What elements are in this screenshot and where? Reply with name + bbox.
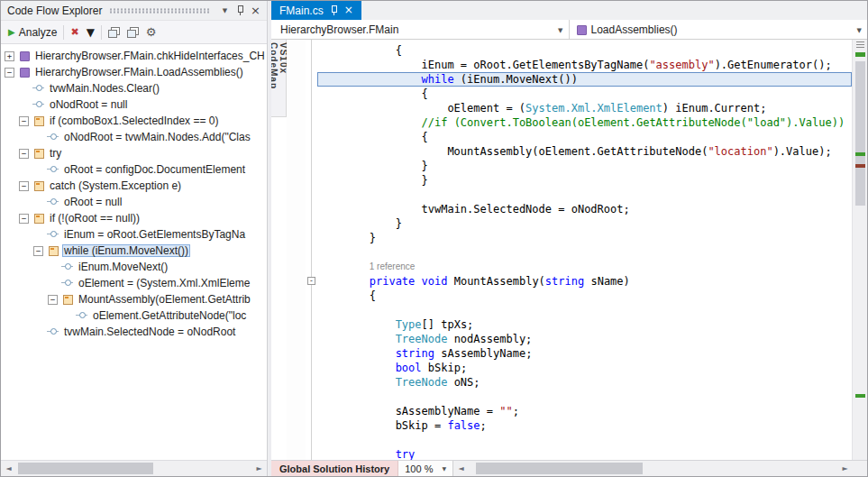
code-line[interactable]: tvwMain.SelectedNode = oNodRoot; (317, 202, 852, 216)
chevron-down-icon: ▼ (857, 27, 862, 34)
code-line[interactable]: { (317, 289, 852, 303)
code-line[interactable]: while (iEnum.MoveNext()) (317, 72, 852, 87)
code-line[interactable] (317, 433, 852, 447)
tree-item[interactable]: iEnum = oRoot.GetElementsByTagNa (1, 226, 267, 243)
scroll-right-button[interactable]: ► (251, 461, 267, 476)
tree-item[interactable]: oRoot = configDoc.DocumentElement (1, 161, 267, 178)
collapse-icon[interactable]: − (19, 181, 29, 191)
tree-item[interactable]: oElement.GetAttributeNode("loc (1, 307, 267, 324)
clear-button[interactable]: ✖ (67, 24, 82, 40)
code-line[interactable]: string sAssemblyName; (317, 346, 852, 361)
code-line[interactable]: TreeNode nodAssembly; (317, 332, 852, 346)
code-line[interactable]: sAssemblyName = ""; (317, 404, 852, 418)
tree-connector (48, 262, 58, 272)
close-panel-button[interactable]: × (248, 4, 263, 18)
copy-button[interactable] (105, 25, 123, 40)
solution-history-button[interactable]: Global Solution History (271, 461, 398, 476)
settings-button[interactable]: ⚙ (142, 23, 160, 41)
code-line[interactable]: } (317, 231, 852, 245)
tree-item[interactable]: −catch (System.Exception e) (1, 178, 267, 194)
code-line[interactable]: bSkip = false; (317, 418, 852, 433)
zoom-selector[interactable]: 100 % ▼ (398, 461, 453, 476)
code-line[interactable] (317, 390, 852, 404)
editor-gutter[interactable] (287, 40, 306, 460)
code-token: iEnum = oRoot.GetElementsByTagName( (422, 59, 650, 71)
scrollbar-thumb[interactable] (18, 463, 153, 474)
code-line[interactable]: 1 reference (317, 260, 852, 274)
stmt-icon (47, 163, 59, 176)
collapse-icon[interactable]: − (19, 116, 29, 126)
scroll-left-button[interactable]: ◄ (453, 461, 469, 476)
chevron-down-icon: ▼ (558, 27, 562, 34)
pin-icon[interactable] (330, 5, 338, 15)
tree-item-label: oElement.GetAttributeNode("loc (91, 309, 248, 322)
tree-item[interactable]: +HierarchyBrowser.FMain.chkHideInterface… (1, 48, 267, 64)
code-token: MountAssembly(oElement.GetAttributeNode( (447, 145, 708, 158)
collapse-icon[interactable]: − (48, 295, 58, 305)
code-line[interactable]: { (317, 130, 852, 144)
window-menu-button[interactable]: ▼ (217, 4, 233, 18)
code-line[interactable] (317, 245, 852, 260)
tree-item[interactable]: −try (1, 145, 267, 161)
code-line[interactable]: { (317, 87, 852, 101)
code-area[interactable]: {iEnum = oRoot.GetElementsByTagName("ass… (317, 40, 852, 460)
tree-item[interactable]: oElement = (System.Xml.XmlEleme (1, 275, 267, 291)
code-line[interactable]: //if (Convert.ToBoolean(oElement.GetAttr… (317, 115, 852, 130)
scrollbar-track[interactable] (469, 461, 837, 476)
scrollbar-thumb[interactable] (855, 61, 865, 206)
code-line[interactable] (317, 188, 852, 202)
vertical-scrollbar[interactable] (852, 40, 867, 460)
pin-button[interactable] (233, 4, 248, 18)
fold-collapse-icon[interactable]: - (307, 277, 315, 285)
code-line[interactable] (317, 303, 852, 317)
tree-item-label: catch (System.Exception e) (48, 179, 183, 192)
collapse-icon[interactable]: − (19, 149, 29, 159)
tree-item[interactable]: oNodRoot = null (1, 96, 267, 113)
splitter-grip-icon[interactable] (856, 41, 864, 48)
code-line[interactable]: } (317, 159, 852, 173)
tree-item[interactable]: oNodRoot = tvwMain.Nodes.Add("Clas (1, 129, 267, 145)
change-marker-green (855, 152, 865, 156)
code-line[interactable]: try (317, 447, 852, 460)
analyze-button[interactable]: ▶ Analyze (5, 24, 60, 41)
code-line[interactable]: bool bSkip; (317, 361, 852, 375)
export-button[interactable] (123, 25, 142, 40)
scroll-right-button[interactable]: ► (837, 461, 853, 476)
code-line[interactable]: oElement = (System.Xml.XmlElement) iEnum… (317, 101, 852, 115)
collapse-icon[interactable]: − (33, 246, 43, 256)
code-line[interactable]: { (317, 43, 852, 58)
tree-item[interactable]: tvwMain.Nodes.Clear() (1, 80, 267, 96)
code-line[interactable]: private void MountAssembly(string sName) (317, 274, 852, 289)
collapse-icon[interactable]: − (5, 68, 14, 78)
tree-item[interactable]: oRoot = null (1, 194, 267, 210)
panel-title-bar: Code Flow Explorer ▼ × (1, 1, 267, 20)
collapse-icon[interactable]: − (19, 214, 29, 224)
code-line[interactable]: } (317, 173, 852, 188)
tree-item[interactable]: −MountAssembly(oElement.GetAttrib (1, 291, 267, 307)
code-line[interactable]: Type[] tpXs; (317, 317, 852, 332)
tree-item[interactable]: −if (!(oRoot == null)) (1, 210, 267, 226)
code-token: } (422, 160, 428, 172)
codemap-collapsed-tab[interactable]: VS10x CodeMap (271, 40, 287, 117)
close-icon[interactable]: × (344, 5, 353, 16)
expand-icon[interactable]: + (5, 51, 14, 61)
tree-item[interactable]: −HierarchyBrowser.FMain.LoadAssemblies() (1, 64, 267, 80)
scroll-left-button[interactable]: ◄ (1, 461, 16, 476)
tree-item[interactable]: tvwMain.SelectedNode = oNodRoot (1, 324, 267, 340)
tree-item[interactable]: −if (comboBox1.SelectedIndex == 0) (1, 113, 267, 129)
tree-item[interactable]: iEnum.MoveNext() (1, 259, 267, 275)
code-line[interactable]: MountAssembly(oElement.GetAttributeNode(… (317, 144, 852, 159)
code-line[interactable]: } (317, 216, 852, 231)
code-line[interactable]: TreeNode oNS; (317, 375, 852, 390)
drag-grip[interactable] (109, 8, 210, 14)
code-token: "assembly" (649, 59, 714, 71)
clear-dropdown-button[interactable]: ▼ (83, 24, 98, 41)
code-line[interactable]: iEnum = oRoot.GetElementsByTagName("asse… (317, 58, 852, 72)
member-dropdown[interactable]: LoadAssemblies() ▼ (570, 20, 868, 39)
type-dropdown[interactable]: HierarchyBrowser.FMain ▼ (271, 20, 570, 39)
scrollbar-track[interactable] (16, 461, 251, 476)
document-tab-fmain[interactable]: FMain.cs × (271, 1, 361, 20)
scrollbar-thumb[interactable] (476, 463, 643, 474)
tree-item[interactable]: −while (iEnum.MoveNext()) (1, 243, 267, 259)
member-dropdown-label: LoadAssemblies() (591, 23, 678, 36)
